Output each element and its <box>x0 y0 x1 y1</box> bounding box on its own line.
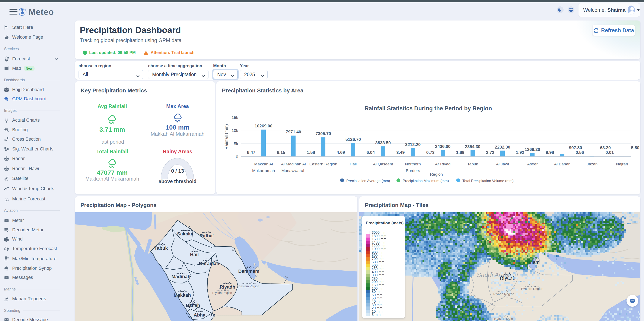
svg-text:Buraidah: Buraidah <box>199 261 219 266</box>
svg-text:Rainfall Statistics During the: Rainfall Statistics During the Period by… <box>364 105 492 112</box>
svg-text:6.15: 6.15 <box>277 150 285 155</box>
svg-text:Tabuk: Tabuk <box>467 162 478 166</box>
svg-text:1.89: 1.89 <box>456 150 464 155</box>
svg-text:1.58: 1.58 <box>307 150 315 155</box>
svg-text:Tabuk: Tabuk <box>154 246 168 251</box>
svg-text:6.04: 6.04 <box>366 150 375 155</box>
svg-text:1269.20: 1269.20 <box>525 147 540 152</box>
svg-text:15k: 15k <box>232 115 238 120</box>
svg-text:Abha: Abha <box>194 312 206 318</box>
svg-text:63.20: 63.20 <box>600 145 611 150</box>
svg-text:0.01: 0.01 <box>606 150 614 155</box>
svg-text:Region: Region <box>430 172 443 176</box>
svg-text:3.49: 3.49 <box>396 150 405 155</box>
svg-text:0.73: 0.73 <box>426 150 435 155</box>
svg-text:Ar Riyad: Ar Riyad <box>435 162 451 166</box>
svg-text:7971.40: 7971.40 <box>286 130 301 134</box>
svg-text:Madinah: Madinah <box>171 274 190 279</box>
svg-text:4.69: 4.69 <box>337 150 345 155</box>
svg-text:Al Qaseem: Al Qaseem <box>373 162 393 166</box>
svg-text:2354.30: 2354.30 <box>465 144 480 149</box>
svg-text:0: 0 <box>236 154 238 159</box>
svg-text:5.80: 5.80 <box>631 145 640 150</box>
svg-text:2436.00: 2436.00 <box>435 144 450 149</box>
svg-text:5k: 5k <box>234 142 238 146</box>
svg-text:1.92: 1.92 <box>516 150 524 155</box>
svg-text:Total Precipitation Volume (mm: Total Precipitation Volume (mm) <box>462 179 514 183</box>
svg-text:2232.30: 2232.30 <box>495 145 510 150</box>
svg-text:Hail: Hail <box>190 252 199 257</box>
svg-text:Aseer: Aseer <box>527 162 538 166</box>
svg-text:8.47: 8.47 <box>247 150 256 155</box>
svg-text:Precipitation Maximum (mm): Precipitation Maximum (mm) <box>403 179 449 183</box>
svg-text:Makkah Al: Makkah Al <box>254 162 273 166</box>
svg-text:997.80: 997.80 <box>569 145 582 150</box>
svg-text:Sakaka: Sakaka <box>177 231 194 236</box>
svg-text:Makkah: Makkah <box>174 292 191 298</box>
svg-text:9.98: 9.98 <box>546 150 554 155</box>
svg-text:Rafha': Rafha' <box>200 233 214 238</box>
svg-text:10269.00: 10269.00 <box>254 124 272 128</box>
svg-text:2.72: 2.72 <box>486 150 494 155</box>
svg-text:0.56: 0.56 <box>576 150 584 155</box>
svg-text:Bahah: Bahah <box>186 303 200 308</box>
svg-text:5126.70: 5126.70 <box>346 137 361 142</box>
svg-text:3833.50: 3833.50 <box>375 140 391 145</box>
svg-text:3212.20: 3212.20 <box>405 142 420 147</box>
svg-text:10k: 10k <box>232 128 238 133</box>
svg-text:Najran: Najran <box>616 162 628 166</box>
svg-text:Riyadh: Riyadh <box>220 284 235 290</box>
svg-text:Riyadh Region: Riyadh Region <box>212 291 232 294</box>
svg-text:Borders: Borders <box>406 168 420 173</box>
svg-text:Eastern Region: Eastern Region <box>310 162 337 166</box>
svg-text:Northern: Northern <box>405 162 421 166</box>
svg-text:Mukarramah: Mukarramah <box>252 168 275 173</box>
svg-text:Rainfall (mm): Rainfall (mm) <box>224 124 229 150</box>
svg-text:Hail: Hail <box>350 162 357 166</box>
svg-text:7305.70: 7305.70 <box>316 131 331 136</box>
svg-text:Eastern Region: Eastern Region <box>238 284 259 288</box>
svg-text:Al Jawf: Al Jawf <box>496 162 509 166</box>
svg-text:Al Bahah: Al Bahah <box>554 162 570 166</box>
svg-text:Jazan: Jazan <box>587 162 598 166</box>
svg-text:Dammam: Dammam <box>238 268 259 274</box>
svg-text:Al Madinah Al: Al Madinah Al <box>281 162 306 166</box>
svg-text:Munawwarah: Munawwarah <box>282 168 306 173</box>
svg-text:Precipitation Average (mm): Precipitation Average (mm) <box>346 179 390 183</box>
